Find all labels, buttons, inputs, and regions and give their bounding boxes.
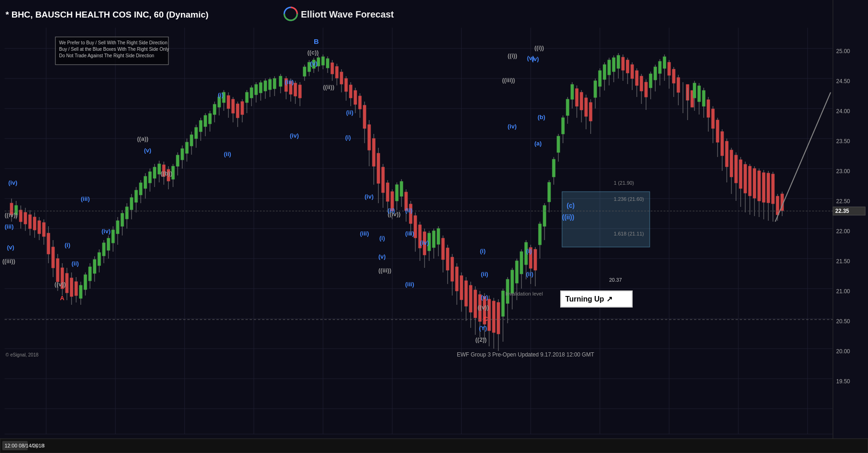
svg-rect-353 [721,132,724,156]
svg-rect-303 [603,65,606,79]
svg-rect-187 [335,66,338,78]
svg-rect-349 [712,109,714,128]
svg-text:((ii)): ((ii)) [323,84,335,91]
svg-rect-295 [585,98,587,116]
svg-text:((ii)): ((ii)) [562,213,574,221]
svg-rect-241 [460,276,463,300]
svg-rect-361 [739,160,742,188]
svg-text:((iii)): ((iii)) [2,258,15,265]
svg-rect-185 [331,63,334,74]
svg-rect-91 [112,230,114,243]
svg-text:Turning Up ↗: Turning Up ↗ [565,295,612,303]
svg-rect-243 [465,281,467,306]
svg-rect-327 [658,61,661,73]
main-chart-svg: 25.00 24.50 24.00 23.50 23.00 22.50 22.0… [0,0,868,453]
svg-rect-163 [279,76,282,86]
svg-rect-179 [317,58,320,66]
svg-rect-371 [762,173,765,202]
svg-rect-259 [502,291,504,316]
svg-rect-301 [599,71,601,86]
svg-rect-281 [552,159,555,177]
svg-rect-65 [52,247,54,268]
svg-text:((i)): ((i)) [508,52,517,59]
svg-text:(a): (a) [534,140,542,147]
svg-rect-257 [497,302,500,334]
svg-text:(iii): (iii) [5,223,14,230]
svg-text:© eSignal, 2018: © eSignal, 2018 [6,352,39,357]
svg-rect-121 [181,149,184,160]
svg-rect-287 [566,99,569,115]
svg-text:B: B [314,37,319,45]
svg-text:Do Not Trade Against The Right: Do Not Trade Against The Right Side Dire… [59,53,154,58]
svg-rect-333 [672,69,675,83]
svg-rect-291 [575,89,578,106]
svg-rect-347 [707,100,710,117]
svg-text:24.50: 24.50 [836,78,850,85]
svg-rect-231 [437,229,440,244]
svg-text:(iii): (iii) [285,79,294,85]
svg-text:B: B [42,443,45,448]
svg-text:1 (21.90): 1 (21.90) [614,180,634,186]
svg-text:24.00: 24.00 [836,108,850,115]
svg-rect-157 [264,81,267,91]
svg-rect-201 [368,125,371,150]
svg-rect-147 [241,102,244,115]
svg-rect-377 [776,196,779,215]
svg-text:(Y): (Y) [479,325,487,332]
svg-rect-203 [372,139,375,166]
svg-rect-57 [33,217,36,230]
svg-rect-373 [767,173,770,203]
svg-text:(iv): (iv) [8,179,18,186]
svg-text:23.00: 23.00 [836,168,850,175]
svg-rect-235 [446,248,449,270]
svg-text:(ii): (ii) [224,151,231,157]
svg-text:(i): (i) [65,242,70,248]
svg-text:Invalidation level: Invalidation level [505,291,543,296]
svg-text:((c)): ((c)) [307,49,319,56]
svg-rect-55 [29,215,31,229]
svg-rect-75 [75,282,78,296]
svg-rect-351 [716,120,719,142]
svg-rect-181 [322,57,324,65]
svg-rect-456 [0,439,868,453]
svg-text:(i): (i) [345,134,351,141]
svg-text:(ii): (ii) [526,271,533,278]
svg-rect-73 [70,278,73,296]
svg-rect-127 [195,127,198,139]
svg-rect-109 [153,167,156,178]
svg-rect-99 [130,198,133,210]
svg-rect-1 [833,0,868,453]
svg-rect-313 [626,60,629,73]
svg-rect-305 [608,60,611,75]
svg-rect-309 [617,55,620,68]
svg-text:(c): (c) [567,202,575,209]
svg-rect-359 [735,155,737,183]
svg-rect-289 [571,85,574,99]
svg-rect-71 [66,273,68,293]
svg-rect-331 [668,62,670,75]
svg-text:(ii): (ii) [346,109,353,116]
svg-text:((2)): ((2)) [475,336,487,343]
svg-rect-265 [515,261,518,283]
svg-rect-215 [400,181,403,196]
svg-text:Buy / Sell at the Blue Boxes W: Buy / Sell at the Blue Boxes With The Ri… [59,47,169,52]
svg-rect-341 [693,83,696,98]
svg-rect-297 [589,103,592,121]
svg-rect-197 [359,96,361,109]
svg-rect-155 [259,83,262,93]
svg-rect-315 [631,65,634,79]
svg-rect-67 [56,259,59,282]
svg-rect-199 [363,105,366,128]
svg-rect-229 [432,231,435,248]
svg-rect-103 [139,183,142,195]
svg-text:Elliott Wave Forecast: Elliott Wave Forecast [301,9,394,19]
svg-rect-93 [116,221,119,234]
svg-text:((iii)): ((iii)) [378,267,391,274]
svg-text:20.37: 20.37 [609,277,622,283]
svg-rect-317 [635,71,638,85]
svg-rect-59 [38,221,41,234]
svg-text:22.50: 22.50 [836,198,850,205]
svg-text:((b)): ((b)) [161,170,172,177]
svg-rect-285 [562,118,564,134]
svg-rect-375 [772,174,774,204]
